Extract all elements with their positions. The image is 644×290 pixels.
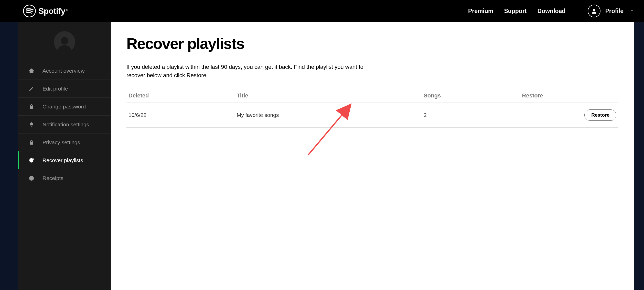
sidebar-item-notification-settings[interactable]: Notification settings [18, 116, 111, 133]
right-gutter [634, 22, 644, 290]
top-nav: Premium Support Download [468, 8, 565, 15]
sidebar-avatar-icon [54, 31, 75, 53]
sidebar-avatar-zone [18, 22, 111, 62]
page-title: Recover playlists [126, 35, 618, 52]
lock-icon [28, 140, 35, 145]
cell-deleted: 10/6/22 [126, 103, 235, 128]
col-header-songs: Songs [422, 89, 520, 103]
spotify-logo[interactable]: Spotify® [23, 5, 68, 17]
svg-rect-3 [30, 106, 33, 109]
sidebar-item-edit-profile[interactable]: Edit profile [18, 80, 111, 98]
lock-icon [28, 104, 35, 109]
spotify-logo-text: Spotify® [38, 6, 68, 16]
sidebar-item-label: Edit profile [42, 86, 68, 92]
sidebar-item-label: Notification settings [42, 121, 89, 128]
svg-point-2 [61, 37, 68, 44]
sidebar-item-account-overview[interactable]: Account overview [18, 62, 111, 80]
cell-title: My favorite songs [235, 103, 422, 128]
col-header-title: Title [235, 89, 422, 103]
table-header-row: Deleted Title Songs Restore [126, 89, 618, 103]
cell-songs: 2 [422, 103, 520, 128]
sidebar-item-label: Receipts [42, 175, 63, 181]
sidebar: Account overview Edit profile Change pas… [18, 22, 111, 290]
home-icon [28, 68, 35, 74]
sidebar-item-label: Change password [42, 104, 86, 110]
nav-support[interactable]: Support [504, 8, 527, 15]
sidebar-item-label: Privacy settings [42, 139, 80, 146]
pencil-icon [28, 86, 35, 92]
chevron-down-icon [630, 8, 634, 14]
sidebar-item-receipts[interactable]: Receipts [18, 169, 111, 187]
table-row: 10/6/22 My favorite songs 2 Restore [126, 103, 618, 128]
page-description: If you deleted a playlist within the las… [126, 63, 372, 80]
sidebar-item-label: Account overview [42, 68, 85, 74]
profile-avatar-icon [588, 5, 600, 17]
nav-download[interactable]: Download [538, 8, 566, 15]
sidebar-item-privacy-settings[interactable]: Privacy settings [18, 133, 111, 151]
profile-label: Profile [605, 8, 624, 15]
svg-point-1 [593, 9, 595, 11]
left-gutter [0, 22, 18, 290]
content-area: Recover playlists If you deleted a playl… [111, 22, 634, 290]
nav-premium[interactable]: Premium [468, 8, 493, 15]
restore-button[interactable]: Restore [584, 109, 616, 121]
playlists-table: Deleted Title Songs Restore 10/6/22 My f… [126, 89, 618, 128]
col-header-deleted: Deleted [126, 89, 235, 103]
profile-menu[interactable]: Profile [588, 5, 634, 17]
col-header-restore: Restore [520, 89, 618, 103]
nav-divider [576, 7, 576, 15]
clock-icon [28, 175, 35, 181]
sidebar-item-change-password[interactable]: Change password [18, 98, 111, 116]
bell-icon [28, 122, 35, 127]
svg-rect-4 [30, 142, 33, 144]
refresh-icon [28, 158, 35, 163]
sidebar-item-label: Recover playlists [42, 157, 83, 163]
topbar: Spotify® Premium Support Download Profil… [0, 0, 644, 22]
cell-restore: Restore [520, 103, 618, 128]
spotify-logo-icon [23, 5, 36, 17]
sidebar-item-recover-playlists[interactable]: Recover playlists [18, 151, 111, 169]
